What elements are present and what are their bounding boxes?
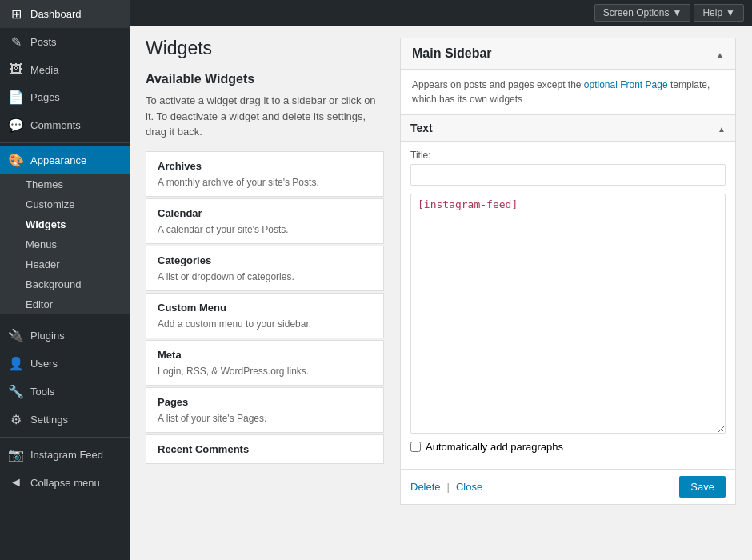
sidebar-item-label: Collapse menu [30, 477, 100, 489]
main-area: Screen Options ▼ Help ▼ Widgets Availabl… [130, 0, 752, 560]
appearance-submenu: Themes Customize Widgets Menus Header Ba… [0, 174, 130, 314]
dashboard-icon: ⊞ [8, 6, 24, 22]
settings-icon: ⚙ [8, 412, 24, 427]
auto-paragraphs-label: Automatically add paragraphs [426, 441, 563, 453]
auto-paragraphs-row: Automatically add paragraphs [410, 441, 726, 453]
sidebar-item-label: Settings [30, 414, 68, 426]
widget-calendar-desc: A calendar of your site's Posts. [158, 224, 372, 235]
sidebar-item-label: Comments [30, 119, 81, 131]
sidebar-item-tools[interactable]: 🔧 Tools [0, 378, 130, 406]
sidebar-desc-prefix: Appears on posts and pages except the [412, 79, 584, 90]
plugins-icon: 🔌 [8, 328, 24, 343]
media-icon: 🖼 [8, 62, 24, 77]
text-widget-collapse-icon[interactable] [718, 122, 726, 134]
text-widget-body: Title: [instagram-feed] Automatically ad… [401, 142, 735, 469]
footer-links: Delete | Close [410, 481, 482, 493]
close-link[interactable]: Close [456, 481, 482, 493]
sidebar-item-editor[interactable]: Editor [0, 294, 130, 314]
text-widget-header: Text [401, 115, 735, 142]
sidebar-panel-title: Main Sidebar [412, 46, 492, 61]
sidebar-item-label: Pages [30, 91, 60, 103]
sidebar-item-dashboard[interactable]: ⊞ Dashboard [0, 0, 130, 28]
instagram-icon: 📷 [8, 447, 24, 462]
left-column: Widgets Available Widgets To activate a … [146, 38, 384, 548]
widget-categories-desc: A list or dropdown of categories. [158, 271, 372, 282]
sidebar-item-label: Appearance [30, 154, 86, 166]
widget-archives-desc: A monthly archive of your site's Posts. [158, 177, 372, 188]
save-button[interactable]: Save [679, 476, 726, 498]
text-widget-title: Text [410, 122, 433, 134]
screen-options-chevron-icon: ▼ [673, 7, 682, 18]
sidebar-item-customize[interactable]: Customize [0, 194, 130, 214]
appearance-icon: 🎨 [8, 153, 24, 168]
right-column: Main Sidebar Appears on posts and pages … [400, 38, 736, 548]
available-widgets-desc: To activate a widget drag it to a sideba… [146, 93, 384, 140]
help-button[interactable]: Help ▼ [694, 4, 744, 22]
title-field-input[interactable] [410, 164, 726, 186]
sidebar-item-label: Tools [30, 386, 54, 398]
sidebar-panel-header: Main Sidebar [401, 38, 735, 70]
users-icon: 👤 [8, 356, 24, 371]
sidebar-desc-link[interactable]: optional Front Page [584, 79, 668, 90]
sidebar-item-pages[interactable]: 📄 Pages [0, 83, 130, 111]
comments-icon: 💬 [8, 118, 24, 133]
widget-meta[interactable]: Meta Login, RSS, & WordPress.org links. [146, 340, 384, 386]
widget-archives-title: Archives [158, 160, 372, 172]
footer-separator: | [447, 481, 450, 493]
title-field-label: Title: [410, 150, 726, 161]
sidebar-item-themes[interactable]: Themes [0, 174, 130, 194]
sidebar-item-label: Posts [30, 36, 57, 48]
sidebar-item-instagram[interactable]: 📷 Instagram Feed [0, 441, 130, 469]
sidebar-item-collapse[interactable]: ◄ Collapse menu [0, 469, 130, 496]
widget-recent-comments-title: Recent Comments [158, 443, 372, 455]
widget-custom-menu-desc: Add a custom menu to your sidebar. [158, 318, 372, 330]
widget-pages-desc: A list of your site's Pages. [158, 413, 372, 424]
sidebar-item-settings[interactable]: ⚙ Settings [0, 406, 130, 434]
widgets-list: Archives A monthly archive of your site'… [146, 151, 384, 464]
sidebar-item-label: Instagram Feed [30, 449, 103, 461]
widget-footer: Delete | Close Save [401, 469, 735, 504]
widget-calendar[interactable]: Calendar A calendar of your site's Posts… [146, 198, 384, 244]
widget-calendar-title: Calendar [158, 207, 372, 219]
sidebar-item-label: Plugins [30, 330, 65, 342]
sidebar-item-background[interactable]: Background [0, 274, 130, 294]
sidebar-item-appearance[interactable]: 🎨 Appearance [0, 146, 130, 174]
topbar: Screen Options ▼ Help ▼ [130, 0, 752, 26]
sidebar-item-label: Media [30, 64, 58, 76]
page-title: Widgets [146, 38, 384, 59]
text-widget: Text Title: [instagram-feed] Automatical… [401, 115, 735, 504]
content-textarea[interactable]: [instagram-feed] [410, 194, 726, 434]
sidebar-panel-desc: Appears on posts and pages except the op… [401, 70, 735, 115]
widget-recent-comments[interactable]: Recent Comments [146, 434, 384, 464]
screen-options-button[interactable]: Screen Options ▼ [594, 4, 691, 22]
widget-meta-title: Meta [158, 349, 372, 361]
auto-paragraphs-checkbox[interactable] [410, 442, 421, 452]
widget-pages[interactable]: Pages A list of your site's Pages. [146, 387, 384, 433]
sidebar-item-menus[interactable]: Menus [0, 234, 130, 254]
posts-icon: ✎ [8, 34, 24, 50]
sidebar-item-media[interactable]: 🖼 Media [0, 56, 130, 83]
collapse-icon: ◄ [8, 475, 24, 490]
pages-icon: 📄 [8, 90, 24, 105]
help-label: Help [702, 7, 722, 18]
sidebar-item-posts[interactable]: ✎ Posts [0, 28, 130, 56]
widget-archives[interactable]: Archives A monthly archive of your site'… [146, 151, 384, 197]
widget-custom-menu[interactable]: Custom Menu Add a custom menu to your si… [146, 293, 384, 338]
widget-categories-title: Categories [158, 254, 372, 266]
widget-pages-title: Pages [158, 396, 372, 408]
tools-icon: 🔧 [8, 384, 24, 399]
sidebar-item-header[interactable]: Header [0, 254, 130, 274]
sidebar-collapse-icon[interactable] [716, 47, 724, 60]
content-area: Widgets Available Widgets To activate a … [130, 26, 752, 560]
admin-sidebar: ⊞ Dashboard ✎ Posts 🖼 Media 📄 Pages 💬 Co… [0, 0, 130, 560]
sidebar-item-plugins[interactable]: 🔌 Plugins [0, 322, 130, 350]
sidebar-item-widgets[interactable]: Widgets [0, 214, 130, 234]
sidebar-item-comments[interactable]: 💬 Comments [0, 111, 130, 139]
sidebar-item-users[interactable]: 👤 Users [0, 350, 130, 378]
widget-categories[interactable]: Categories A list or dropdown of categor… [146, 246, 384, 291]
help-chevron-icon: ▼ [726, 7, 735, 18]
delete-link[interactable]: Delete [410, 481, 441, 493]
main-sidebar-panel: Main Sidebar Appears on posts and pages … [400, 38, 736, 505]
screen-options-label: Screen Options [603, 7, 670, 18]
available-widgets-title: Available Widgets [146, 72, 384, 86]
